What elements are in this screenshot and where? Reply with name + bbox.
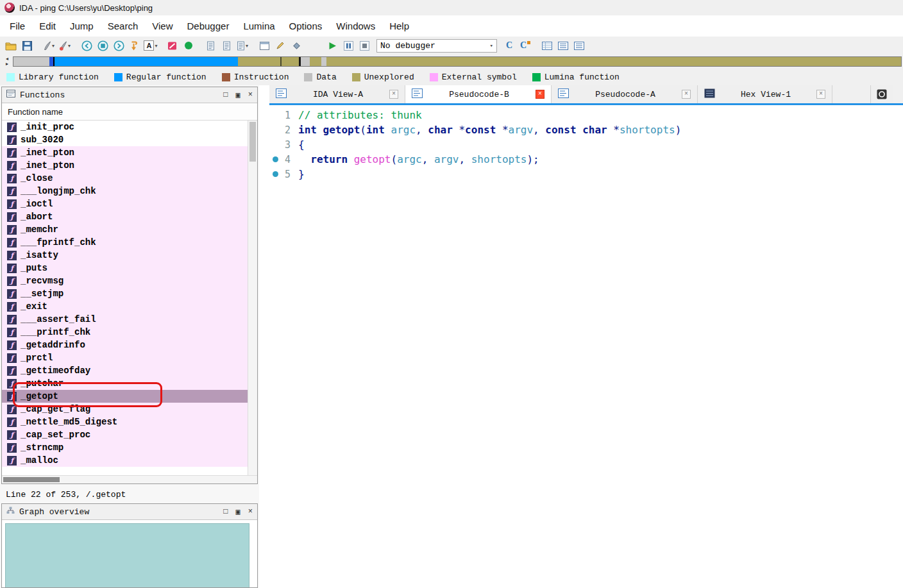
menu-lumina[interactable]: Lumina: [236, 15, 282, 37]
menu-help[interactable]: Help: [382, 15, 416, 37]
snapshot-button[interactable]: [203, 38, 218, 53]
function-row-___assert_fail[interactable]: ƒ___assert_fail: [2, 313, 248, 326]
diamond-button[interactable]: [289, 38, 304, 53]
function-name-column-header[interactable]: Function name: [2, 103, 257, 121]
graph-overview-viewport[interactable]: [5, 523, 249, 587]
graph-overview-content[interactable]: [2, 520, 257, 587]
code-gutter[interactable]: 2: [269, 124, 295, 136]
tab-hex-view-1[interactable]: Hex View-1×: [698, 85, 832, 103]
text-search-button[interactable]: A▾: [143, 38, 158, 53]
function-row-_getaddrinfo[interactable]: ƒ_getaddrinfo: [2, 339, 248, 351]
restore-button[interactable]: □: [223, 507, 228, 517]
function-row-_putchar[interactable]: ƒ_putchar: [2, 377, 248, 390]
code-gutter[interactable]: 3: [269, 139, 295, 151]
menu-edit[interactable]: Edit: [32, 15, 63, 37]
save-button[interactable]: [19, 38, 35, 53]
menu-debugger[interactable]: Debugger: [180, 15, 237, 37]
function-row-sub_3020[interactable]: ƒsub_3020: [2, 133, 248, 146]
code-line-3[interactable]: 3{: [269, 137, 903, 152]
close-button[interactable]: ×: [248, 90, 253, 100]
code-gutter[interactable]: 5: [269, 169, 295, 180]
float-button[interactable]: ▣: [236, 507, 241, 517]
cancel-analysis-button[interactable]: [165, 38, 180, 53]
function-row-_strncmp[interactable]: ƒ_strncmp: [2, 441, 248, 454]
pseudocode-view[interactable]: 1// attributes: thunk2int getopt(int arg…: [269, 105, 903, 588]
segments-view-button[interactable]: [539, 38, 555, 53]
names-view-button[interactable]: [555, 38, 571, 53]
tab-close-button[interactable]: ×: [816, 90, 825, 99]
tab-close-button[interactable]: ×: [682, 90, 691, 99]
analysis-indicator[interactable]: [181, 38, 196, 53]
edit-button[interactable]: [273, 38, 288, 53]
function-row-_close[interactable]: ƒ_close: [2, 172, 248, 185]
code-line-4[interactable]: 4 return getopt(argc, argv, shortopts);: [269, 152, 903, 167]
code-line-1[interactable]: 1// attributes: thunk: [269, 108, 903, 122]
breakpoint-dot-icon[interactable]: [273, 156, 278, 162]
float-button[interactable]: ▣: [236, 90, 241, 100]
menu-jump[interactable]: Jump: [63, 15, 101, 37]
function-row-_puts[interactable]: ƒ_puts: [2, 262, 248, 274]
redo-button[interactable]: ▾: [57, 38, 72, 53]
function-row-_ioctl[interactable]: ƒ_ioctl: [2, 197, 248, 210]
output-window-tab[interactable]: [870, 85, 893, 103]
function-row-___printf_chk[interactable]: ƒ___printf_chk: [2, 326, 248, 339]
function-row-_gettimeofday[interactable]: ƒ_gettimeofday: [2, 364, 248, 377]
compile-c-run-button[interactable]: C: [518, 38, 533, 53]
tab-ida-view-a[interactable]: IDA View-A×: [269, 85, 405, 103]
function-row-__setjmp[interactable]: ƒ__setjmp: [2, 287, 248, 300]
function-row-___longjmp_chk[interactable]: ƒ___longjmp_chk: [2, 185, 248, 197]
breakpoint-dot-icon[interactable]: [273, 171, 278, 177]
navigate-history-button[interactable]: [95, 38, 110, 53]
functions-vertical-scrollbar[interactable]: [248, 121, 257, 475]
functions-horizontal-scrollbar[interactable]: [2, 475, 257, 483]
panel-splitter[interactable]: [259, 85, 269, 588]
function-row-_cap_get_flag[interactable]: ƒ_cap_get_flag: [2, 403, 248, 416]
menu-search[interactable]: Search: [101, 15, 146, 37]
tab-close-button[interactable]: ×: [389, 90, 398, 99]
debugger-select[interactable]: No debugger▾: [376, 39, 497, 53]
function-row-_nettle_md5_digest[interactable]: ƒ_nettle_md5_digest: [2, 416, 248, 428]
vertical-scroll-thumb[interactable]: [249, 122, 256, 162]
function-row-_getopt[interactable]: ƒ_getopt: [2, 390, 248, 403]
function-row-___fprintf_chk[interactable]: ƒ___fprintf_chk: [2, 236, 248, 249]
script-button[interactable]: [219, 38, 234, 53]
functions-view-button[interactable]: [571, 38, 587, 53]
function-row-_cap_set_proc[interactable]: ƒ_cap_set_proc: [2, 428, 248, 441]
navigation-band[interactable]: [13, 56, 902, 67]
function-row-_recvmsg[interactable]: ƒ_recvmsg: [2, 274, 248, 287]
open-file-button[interactable]: [3, 38, 19, 53]
code-gutter[interactable]: 4: [269, 154, 295, 165]
navband-scroll-right-button[interactable]: ▸: [6, 62, 8, 67]
tab-pseudocode-a[interactable]: Pseudocode-A×: [552, 85, 698, 103]
function-row-_inet_pton[interactable]: ƒ_inet_pton: [2, 159, 248, 172]
menu-file[interactable]: File: [3, 15, 32, 37]
start-debugger-button[interactable]: [325, 38, 340, 53]
undo-button[interactable]: ▾: [41, 38, 56, 53]
code-gutter[interactable]: 1: [269, 110, 295, 121]
navigate-back-button[interactable]: [79, 38, 94, 53]
navigate-forward-button[interactable]: [111, 38, 126, 53]
horizontal-scroll-thumb[interactable]: [3, 477, 60, 482]
stop-debugger-button[interactable]: [357, 38, 372, 53]
function-row-_isatty[interactable]: ƒ_isatty: [2, 249, 248, 262]
tab-pseudocode-b[interactable]: Pseudocode-B×: [405, 85, 552, 103]
function-row-_prctl[interactable]: ƒ_prctl: [2, 351, 248, 364]
restore-button[interactable]: □: [223, 90, 228, 100]
compile-c-button[interactable]: C: [502, 38, 517, 53]
pause-debugger-button[interactable]: [341, 38, 356, 53]
menu-windows[interactable]: Windows: [329, 15, 382, 37]
function-row-_inet_pton[interactable]: ƒ_inet_pton: [2, 146, 248, 159]
code-line-2[interactable]: 2int getopt(int argc, char *const *argv,…: [269, 122, 903, 137]
notepad-button[interactable]: ▾: [235, 38, 250, 53]
close-button[interactable]: ×: [248, 507, 253, 517]
new-window-button[interactable]: [257, 38, 272, 53]
tab-close-button[interactable]: ×: [536, 90, 544, 99]
menu-view[interactable]: View: [145, 15, 180, 37]
function-row-_init_proc[interactable]: ƒ_init_proc: [2, 121, 248, 133]
code-line-5[interactable]: 5}: [269, 167, 903, 181]
function-row-_exit[interactable]: ƒ_exit: [2, 300, 248, 313]
function-row-_memchr[interactable]: ƒ_memchr: [2, 223, 248, 236]
menu-options[interactable]: Options: [282, 15, 330, 37]
function-row-_malloc[interactable]: ƒ_malloc: [2, 454, 248, 467]
jump-to-address-button[interactable]: [127, 38, 142, 53]
